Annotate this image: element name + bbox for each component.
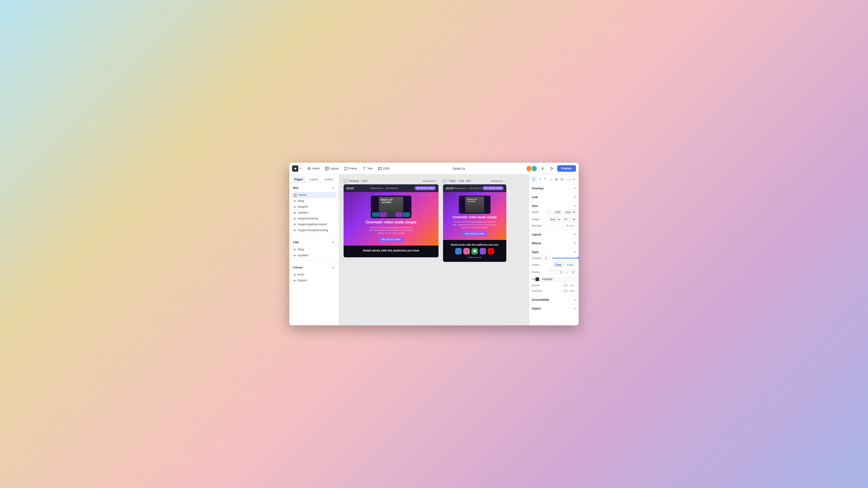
canvas-area[interactable]: ▶ Desktop · 1200 Breakpoint + detail Re (339, 174, 529, 325)
link-add-btn[interactable]: + (574, 195, 576, 199)
align-top-btn[interactable]: ⊥ (548, 176, 553, 182)
svg-rect-6 (344, 167, 347, 170)
tab-assets[interactable]: Assets (322, 176, 336, 182)
align-center-h-btn[interactable]: ⊣ (537, 176, 542, 182)
border-toggle[interactable] (562, 284, 568, 287)
visible-true-btn[interactable]: True (553, 263, 564, 267)
tab-layers[interactable]: Layers (307, 176, 321, 182)
settings-button[interactable] (539, 165, 546, 172)
preview-button[interactable] (548, 165, 555, 172)
sidebar-item-icons[interactable]: ◈ Icons (291, 271, 337, 278)
sidebar-item-home[interactable]: 🏠 Home (291, 192, 337, 198)
fill-label: Fill (532, 278, 535, 281)
desktop-cta-main[interactable]: TRY DETAIL FREE (378, 237, 404, 242)
link-title: Link (532, 196, 538, 199)
radius-all-btn[interactable]: ↺ (570, 269, 576, 275)
sidebar-item-support-sharing[interactable]: ⊕ /support/sharing (291, 216, 337, 221)
link-header[interactable]: Link + (532, 195, 576, 200)
opacity-slider[interactable] (552, 258, 579, 258)
preview-icon (550, 167, 554, 170)
thumb-5 (403, 213, 410, 217)
style-header[interactable]: Style + (532, 250, 576, 255)
desktop-preview[interactable]: detail Resources ▾ Join Discord TRY DETA… (344, 184, 438, 257)
size-header[interactable]: Size + (532, 203, 576, 208)
shadow-add-link[interactable]: Add... (569, 289, 576, 292)
app-logo-icon[interactable]: ◈ (292, 165, 298, 172)
minmax-add-link[interactable]: Add... (569, 224, 576, 227)
radius-corner-btn[interactable]: ⌐ (564, 269, 569, 275)
export-header[interactable]: Export + (532, 306, 576, 311)
canvas-add-button[interactable]: + (331, 265, 335, 270)
tablet-cta-main[interactable]: TRY DETAIL FREE (462, 231, 488, 236)
youtube-icon: ▶ (488, 248, 494, 254)
cms-add-button[interactable]: + (331, 240, 335, 245)
tablet-cta-nav[interactable]: TRY DETAIL FREE (483, 186, 504, 190)
style-add-btn[interactable]: + (574, 250, 576, 254)
desktop-play-icon[interactable]: ▶ (344, 179, 348, 183)
desktop-platforms-section: Detail works with the platforms you love (344, 246, 438, 258)
distribute-v-btn[interactable]: ≡ (571, 176, 577, 182)
find-out-link[interactable]: Find out more (446, 256, 504, 259)
layout-add-btn[interactable]: + (574, 232, 576, 236)
width-unit-select[interactable]: Auto px % (563, 210, 576, 215)
web-add-button[interactable]: + (331, 186, 335, 190)
sidebar-item-troubleshooting[interactable]: ⊕ /support/troubleshooting (291, 227, 337, 233)
align-left-btn[interactable]: ⊢ (531, 176, 537, 182)
cms-updates-label: /updates (298, 254, 309, 257)
width-input[interactable] (546, 210, 562, 215)
desktop-nav: detail Resources ▾ Join Discord TRY DETA… (344, 184, 438, 192)
height-unit-select[interactable]: Fit Fill Fixed (562, 217, 576, 222)
text-button[interactable]: Text (360, 166, 375, 171)
layout-header[interactable]: Layout + (532, 232, 576, 237)
tablet-play-icon[interactable]: ▶ (443, 179, 447, 183)
sidebar-item-cms-blog[interactable]: ⊕ /blog (291, 247, 337, 252)
effects-header[interactable]: Effects + (532, 241, 576, 246)
size-add-btn[interactable]: + (574, 204, 576, 208)
cms-button[interactable]: CMS (376, 166, 392, 171)
sidebar-item-blog[interactable]: ⊕ /blog (291, 198, 337, 204)
sidebar-item-getting-started[interactable]: ⊕ /support/getting-started (291, 221, 337, 227)
export-section: Export + (529, 304, 579, 313)
fill-swatch[interactable] (535, 277, 539, 281)
size-title: Size (532, 204, 537, 207)
radius-input[interactable] (548, 270, 563, 274)
distribute-h-btn[interactable]: ⋮⋮⋮ (565, 176, 571, 182)
logo-dropdown-icon[interactable]: ▾ (298, 166, 303, 170)
tablet-hero: Detail in 30seconds. Cinematic video mad… (443, 192, 506, 240)
tablet-preview[interactable]: detail Resources ▾ Join Discord TRY DETA… (443, 184, 506, 262)
style-section: Style + Opacity Visible True Fals (529, 248, 579, 295)
cms-blog-icon: ⊕ (293, 248, 296, 251)
export-add-btn[interactable]: + (574, 306, 576, 311)
toolbar-logo: ◈ ▾ (292, 165, 303, 172)
align-right-btn[interactable]: ⊤ (542, 176, 548, 182)
sidebar-item-exports[interactable]: ◈ Exports (291, 278, 337, 283)
sidebar-item-cms-updates[interactable]: ⊕ /updates (291, 252, 337, 258)
sidebar-item-updates[interactable]: ⊕ /updates (291, 210, 337, 216)
overlays-add-btn[interactable]: + (574, 186, 576, 191)
align-center-v-btn[interactable]: ⊞ (554, 176, 559, 182)
layout-button[interactable]: Layout (323, 166, 341, 171)
border-add-link[interactable]: Add... (569, 284, 576, 287)
frame-button[interactable]: Frame (342, 166, 360, 171)
publish-button[interactable]: Publish (557, 165, 576, 172)
width-row: Width Auto px % (532, 208, 576, 216)
accessibility-add-btn[interactable]: + (574, 298, 576, 302)
border-row: Border Add... (532, 283, 576, 288)
accessibility-header[interactable]: Accessibility + (532, 297, 576, 302)
opacity-input[interactable] (541, 256, 551, 260)
insert-button[interactable]: Insert (305, 166, 322, 171)
visible-false-btn[interactable]: False (565, 263, 576, 267)
fill-color-input[interactable] (541, 277, 577, 282)
tablet-breakpoint-btn[interactable]: Breakpoint + (489, 179, 506, 183)
canvas-section: Canvas + ◈ Icons ◈ Exports (289, 262, 339, 284)
cms-section: CMS + ⊕ /blog ⊕ /updates (289, 237, 339, 259)
overlays-header[interactable]: Overlays + (532, 186, 576, 191)
desktop-breakpoint-btn[interactable]: Breakpoint + (422, 179, 438, 183)
desktop-cta-nav[interactable]: TRY DETAIL FREE (414, 186, 436, 190)
sidebar-item-support[interactable]: ⊕ /support (291, 204, 337, 210)
effects-add-btn[interactable]: + (574, 241, 576, 246)
tab-pages[interactable]: Pages (291, 176, 306, 182)
height-value-select[interactable]: Auto px (548, 217, 561, 222)
shadow-toggle[interactable] (562, 289, 568, 292)
tablet-hero-heading: Cinematic video made simple (453, 215, 497, 219)
